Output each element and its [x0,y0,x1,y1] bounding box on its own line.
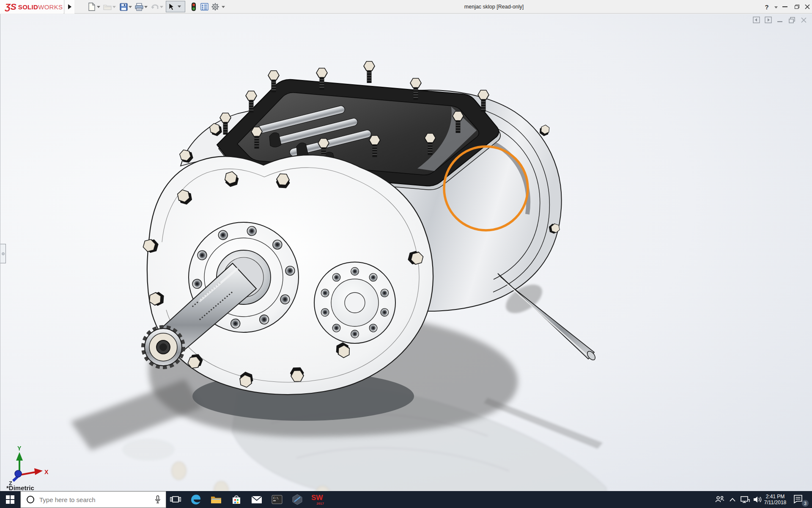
task-list-button[interactable] [200,2,209,11]
speaker-icon [753,496,763,503]
new-document-icon [88,3,96,11]
new-document-button[interactable] [87,2,96,11]
undo-button[interactable] [150,2,159,11]
rebuild-button[interactable] [189,2,198,11]
taskbar-search[interactable] [20,491,166,508]
clock[interactable]: 2:41 PM 7/11/2018 [762,491,788,508]
mail-button[interactable] [247,491,267,508]
undo-dropdown[interactable] [160,6,163,8]
open-dropdown[interactable] [112,6,116,8]
task-view-icon [170,495,181,504]
3d-viewport[interactable]: Y X Z *Dimetric [0,14,812,491]
settings-dropdown[interactable] [222,6,225,8]
store-icon [231,494,241,505]
solidworks-app-button[interactable]: SW 2017 [307,491,328,508]
task-view-button[interactable] [165,491,186,508]
microphone-icon[interactable] [155,495,161,504]
solidworks-logo-solid: SOLID [18,3,38,11]
cmd-label: C:\ [273,497,279,500]
flyout-arrow-icon [68,4,71,9]
open-button[interactable] [103,2,112,11]
new-document-dropdown[interactable] [97,6,100,8]
save-button[interactable] [119,2,128,11]
select-dropdown[interactable] [178,6,181,8]
print-icon [135,3,143,11]
edge-icon [190,494,201,505]
cortana-icon [27,496,34,503]
solidworks-year-badge: 2017 [316,502,324,505]
chevron-up-icon [730,498,735,502]
menu-flyout-button[interactable] [64,0,74,14]
triad-y-label: Y [17,445,22,452]
help-button[interactable]: ? [761,0,772,14]
traffic-light-icon [192,3,196,11]
hidden-icons-button[interactable] [727,491,738,508]
notification-badge: 3 [802,500,809,507]
clock-date: 7/11/2018 [762,500,788,505]
orientation-triad: Y X Z [9,445,49,486]
windows-logo-icon [6,495,14,504]
edge-button[interactable] [186,491,206,508]
save-floppy-icon [120,3,128,11]
select-cursor-icon [168,3,174,11]
close-button[interactable] [802,0,812,14]
store-button[interactable] [226,491,247,508]
minimize-button[interactable] [779,0,790,14]
settings-gear-icon [211,3,219,11]
solidworks-logo-mark: ƷS [5,2,16,12]
solidworks-app-icon: SW 2017 [311,494,324,505]
mail-icon [251,496,262,504]
search-input[interactable] [39,496,155,503]
restore-button[interactable] [791,0,802,14]
network-icon [741,496,750,503]
view-orientation-label: *Dimetric [6,484,34,491]
command-prompt-button[interactable]: C:\ [267,491,287,508]
gearbox-model: Y X Z [0,14,812,491]
close-icon [805,4,810,9]
restore-icon [795,5,799,9]
settings-button[interactable] [211,2,220,11]
window-title: menjac sklop [Read-only] [464,0,524,14]
minimize-icon [782,6,787,7]
file-explorer-icon [211,495,222,504]
solidworks-logo: ƷS SOLIDWORKS [0,0,63,14]
task-list-icon [200,3,208,11]
file-explorer-button[interactable] [206,491,226,508]
clock-time: 2:41 PM [762,494,788,500]
undo-icon [151,3,159,10]
command-prompt-icon: C:\ [272,495,283,504]
print-button[interactable] [134,2,144,11]
hexagon-app-icon [292,494,303,505]
select-tool-button[interactable] [166,1,185,12]
title-bar: ƷS SOLIDWORKS [0,0,812,14]
open-folder-icon [103,3,112,10]
taskbar: C:\ SW 2017 [0,491,812,508]
triad-x-label: X [44,469,49,475]
solidworks-logo-works: WORKS [38,3,63,11]
save-dropdown[interactable] [129,6,132,8]
screen: ƷS SOLIDWORKS [0,0,812,508]
hexagon-app-button[interactable] [287,491,307,508]
people-button[interactable] [714,491,726,508]
people-icon [715,496,724,503]
print-dropdown[interactable] [144,6,148,8]
action-center-button[interactable]: 3 [792,491,809,508]
network-button[interactable] [739,491,751,508]
start-button[interactable] [0,491,20,508]
help-dropdown[interactable] [774,6,778,8]
output-hub [314,262,395,343]
